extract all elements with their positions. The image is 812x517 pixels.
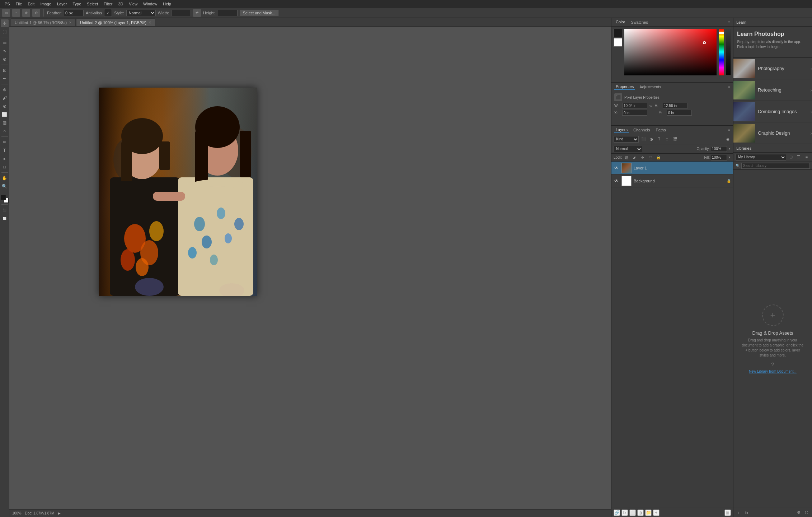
feather-input[interactable]	[64, 10, 84, 16]
menu-3d[interactable]: 3D	[116, 1, 126, 7]
learn-item-graphic[interactable]: Graphic Design ›	[733, 122, 812, 144]
lasso-tool[interactable]: ∿	[1, 47, 9, 55]
fill-input[interactable]	[711, 155, 727, 160]
tab-color[interactable]: Color	[614, 19, 626, 25]
y-input[interactable]	[667, 110, 692, 116]
menu-type[interactable]: Type	[70, 1, 84, 7]
screen-mode-btn[interactable]: ⬜	[1, 214, 9, 222]
menu-image[interactable]: Image	[38, 1, 54, 7]
properties-collapse[interactable]: ≡	[728, 85, 730, 89]
filter-smart-btn[interactable]: 🎬	[672, 136, 678, 143]
hand-tool[interactable]: ✋	[1, 174, 9, 182]
artboard-tool[interactable]: ⬚	[1, 28, 9, 36]
tab-swatches[interactable]: Swatches	[629, 19, 649, 25]
opacity-input[interactable]	[711, 146, 727, 152]
library-select[interactable]: My Library	[736, 154, 786, 160]
filter-toggle-btn[interactable]: ◉	[724, 136, 731, 143]
dodge-tool[interactable]: ○	[1, 127, 9, 135]
lib-settings-btn[interactable]: ⚙	[795, 509, 802, 516]
learn-item-photography[interactable]: Photography ›	[733, 58, 812, 79]
menu-window[interactable]: Window	[141, 1, 160, 7]
link-icon[interactable]: ∞	[649, 103, 653, 108]
w-input[interactable]	[622, 103, 647, 108]
lock-transparency-btn[interactable]: ▨	[624, 154, 630, 161]
layer-visibility-1[interactable]: 👁	[614, 165, 619, 171]
lib-expand-btn[interactable]: ⬡	[803, 509, 810, 516]
menu-filter[interactable]: Filter	[101, 1, 115, 7]
height-input[interactable]	[218, 10, 238, 16]
lock-position-btn[interactable]: ✛	[639, 154, 646, 161]
tab-paths[interactable]: Paths	[654, 127, 667, 133]
filter-pixel-btn[interactable]: ⬛	[640, 136, 647, 143]
tab-properties[interactable]: Properties	[614, 84, 635, 90]
shape-tool[interactable]: □	[1, 163, 9, 171]
color-panel-collapse[interactable]: ≡	[728, 20, 730, 24]
x-input[interactable]	[622, 110, 647, 116]
foreground-color[interactable]	[1, 195, 6, 200]
filter-type-btn[interactable]: T	[656, 136, 662, 143]
library-new-link[interactable]: New Library from Document...	[749, 369, 797, 373]
select-mask-button[interactable]: Select and Mask...	[240, 10, 279, 16]
text-tool[interactable]: T	[1, 146, 9, 154]
lock-artboard-btn[interactable]: ⬚	[647, 154, 654, 161]
stamp-tool[interactable]: ⊗	[1, 102, 9, 110]
eyedropper-tool[interactable]: ✒	[1, 75, 9, 83]
learn-item-retouching[interactable]: Retouching ›	[733, 79, 812, 101]
menu-help[interactable]: Help	[160, 1, 174, 7]
tab-close-1[interactable]: ✕	[69, 21, 72, 24]
move-tool[interactable]: ✛	[1, 19, 9, 27]
layer-filter-select[interactable]: Kind Name Effect	[614, 136, 639, 143]
blend-mode-select[interactable]: Normal Multiply Screen Overlay	[614, 146, 642, 152]
gradient-tool[interactable]: ▨	[1, 119, 9, 127]
h-input[interactable]	[663, 103, 688, 108]
library-help-icon[interactable]: ?	[771, 362, 774, 367]
color-selector[interactable]	[1, 195, 9, 203]
layer-style-btn[interactable]: fx	[621, 509, 628, 516]
marquee-tool[interactable]: ▭	[1, 39, 9, 47]
lib-style-btn[interactable]: fx	[743, 509, 750, 516]
color-gradient[interactable]	[624, 29, 717, 75]
menu-select[interactable]: Select	[84, 1, 100, 7]
layer-item-2[interactable]: 👁 Background 🔒	[611, 174, 733, 187]
menu-file[interactable]: File	[13, 1, 25, 7]
style-select[interactable]: Normal Fixed Ratio Fixed Size	[126, 10, 156, 16]
status-arrow[interactable]: ▶	[58, 511, 61, 515]
layer-visibility-2[interactable]: 👁	[614, 178, 619, 184]
quick-select-tool[interactable]: ⊛	[1, 55, 9, 63]
menu-edit[interactable]: Edit	[25, 1, 37, 7]
tab-adjustments[interactable]: Adjustments	[638, 84, 663, 90]
foreground-swatch[interactable]	[614, 29, 622, 37]
fill-dropdown-icon[interactable]: ▼	[728, 156, 731, 159]
tab-channels[interactable]: Channels	[632, 127, 651, 133]
add-color-btn[interactable]: +	[736, 509, 742, 516]
filter-shape-btn[interactable]: □	[664, 136, 670, 143]
link-layers-btn[interactable]: 🔗	[614, 509, 620, 516]
healing-tool[interactable]: ⊕	[1, 86, 9, 94]
anti-alias-checkbox[interactable]: ✓	[104, 9, 112, 17]
layer-mask-btn[interactable]: ⬜	[629, 509, 636, 516]
lock-paint-btn[interactable]: 🖌	[632, 154, 638, 161]
library-list-view[interactable]: ☰	[795, 154, 802, 160]
canvas-tab-2[interactable]: Untitled-2 @ 100% (Layer 1, RGB/8#) ✕	[76, 18, 155, 26]
menu-view[interactable]: View	[126, 1, 140, 7]
tab-layers[interactable]: Layers	[614, 127, 629, 133]
layer-item-1[interactable]: 👁 Layer 1	[611, 162, 733, 174]
opacity-dropdown-icon[interactable]: ▼	[728, 147, 731, 150]
learn-item-combining[interactable]: Combining Images ›	[733, 101, 812, 122]
lock-all-btn[interactable]: 🔒	[655, 154, 662, 161]
hue-slider[interactable]	[719, 32, 724, 34]
library-menu[interactable]: ≡	[803, 154, 810, 160]
menu-layer[interactable]: Layer	[55, 1, 70, 7]
pen-tool[interactable]: ✏	[1, 138, 9, 146]
adjustment-layer-btn[interactable]: ◑	[637, 509, 644, 516]
menu-ps[interactable]: PS	[2, 1, 13, 7]
eraser-tool[interactable]: ⬜	[1, 111, 9, 118]
background-swatch[interactable]	[614, 38, 622, 47]
library-search-input[interactable]	[741, 163, 810, 169]
library-grid-view[interactable]: ⊞	[788, 154, 794, 160]
new-layer-btn[interactable]: +	[653, 509, 660, 516]
filter-adjust-btn[interactable]: ◑	[648, 136, 654, 143]
path-select-tool[interactable]: ▸	[1, 155, 9, 163]
crop-tool[interactable]: ⊡	[1, 66, 9, 74]
tab-close-2[interactable]: ✕	[149, 21, 151, 24]
